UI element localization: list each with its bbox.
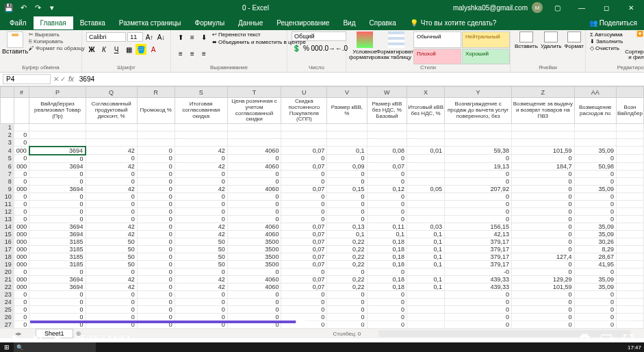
cell[interactable]: 50 bbox=[86, 253, 137, 260]
cell[interactable]: 0 bbox=[175, 215, 227, 223]
cell[interactable]: 3500 bbox=[227, 260, 281, 268]
cell[interactable]: 0 bbox=[445, 155, 512, 163]
tab-formulas[interactable]: Формулы bbox=[188, 16, 232, 29]
row-header[interactable]: 25 bbox=[1, 305, 14, 313]
tab-insert[interactable]: Вставка bbox=[73, 16, 112, 29]
cell[interactable]: 0 bbox=[574, 305, 616, 313]
cell[interactable]: 0 bbox=[327, 215, 367, 223]
increase-decimal-icon[interactable]: .0→ bbox=[324, 42, 335, 53]
cell[interactable]: 0 bbox=[227, 298, 281, 305]
cell[interactable]: 207,92 bbox=[445, 185, 512, 192]
cell[interactable] bbox=[407, 162, 445, 170]
clear-button[interactable]: ◇Очистить bbox=[590, 45, 623, 51]
cell[interactable]: 0 bbox=[175, 200, 227, 208]
cell[interactable]: 59,38 bbox=[445, 147, 512, 155]
spreadsheet-grid[interactable]: #PQRSTUVWXYZAAВайлдберриз реализовал Тов… bbox=[0, 86, 644, 338]
cell[interactable]: 0,18 bbox=[367, 260, 407, 268]
cell[interactable]: 42 bbox=[175, 283, 227, 290]
close-button[interactable]: ✕ bbox=[621, 0, 641, 15]
cell[interactable]: 0 bbox=[574, 170, 616, 177]
cell[interactable]: 156,15 bbox=[445, 223, 512, 230]
cell[interactable]: 0 bbox=[86, 208, 137, 215]
cell[interactable]: 42 bbox=[175, 147, 227, 155]
cell[interactable]: 0 bbox=[281, 305, 327, 313]
cell[interactable] bbox=[327, 124, 367, 131]
number-format-select[interactable]: Общий bbox=[292, 32, 346, 41]
cell[interactable]: 0 bbox=[327, 155, 367, 163]
cell[interactable]: 0 bbox=[574, 208, 616, 215]
cell[interactable]: 0 bbox=[137, 208, 175, 215]
cell[interactable] bbox=[616, 147, 643, 155]
new-sheet-icon[interactable]: ⊕ bbox=[76, 330, 81, 337]
cell[interactable]: 439,33 bbox=[445, 283, 512, 290]
align-top-icon[interactable]: ⬆ bbox=[175, 32, 186, 42]
cell[interactable] bbox=[616, 305, 643, 313]
cell[interactable]: 379,17 bbox=[445, 260, 512, 268]
cell[interactable]: 0 bbox=[29, 208, 86, 215]
cell[interactable]: 0,18 bbox=[367, 238, 407, 245]
cell[interactable]: 0 bbox=[137, 260, 175, 268]
cell[interactable]: 0,1 bbox=[327, 147, 367, 155]
cell[interactable]: 0,22 bbox=[327, 253, 367, 260]
cell[interactable] bbox=[616, 268, 643, 275]
row-header[interactable]: 8 bbox=[1, 177, 14, 185]
row-header[interactable]: 7 bbox=[1, 170, 14, 177]
cell[interactable]: 0 bbox=[86, 298, 137, 305]
row-header[interactable]: 24 bbox=[1, 298, 14, 305]
cell[interactable]: 0 bbox=[227, 305, 281, 313]
autosum-button[interactable]: ΣАвтосумма bbox=[590, 32, 623, 38]
cell[interactable] bbox=[407, 298, 445, 305]
cell[interactable]: 0 bbox=[14, 139, 29, 147]
cell[interactable]: 0 bbox=[281, 298, 327, 305]
field-header[interactable]: Итоговая согласованная скидка bbox=[175, 98, 227, 124]
field-header[interactable]: Возмещение расходов по bbox=[574, 98, 616, 124]
cell[interactable]: -0 bbox=[445, 268, 512, 275]
cell[interactable]: 0 bbox=[445, 170, 512, 177]
cell[interactable]: 379,17 bbox=[445, 253, 512, 260]
cell[interactable]: 0 bbox=[86, 290, 137, 298]
cut-button[interactable]: ✂Вырезать bbox=[29, 32, 85, 38]
cell[interactable]: 0 bbox=[86, 215, 137, 223]
cell[interactable]: 3185 bbox=[29, 238, 86, 245]
cell[interactable] bbox=[227, 131, 281, 139]
align-left-icon[interactable]: ≡ bbox=[175, 49, 186, 60]
formula-bar[interactable] bbox=[77, 75, 644, 84]
qat-customize-icon[interactable]: ▾ bbox=[46, 1, 58, 14]
cell[interactable]: 0,03 bbox=[407, 223, 445, 230]
cell[interactable]: 0 bbox=[367, 290, 407, 298]
cell[interactable]: 0 bbox=[445, 313, 512, 320]
cell[interactable]: 0,12 bbox=[367, 185, 407, 192]
cell[interactable] bbox=[407, 320, 445, 328]
cell[interactable]: 0 bbox=[327, 305, 367, 313]
cell[interactable]: 0 bbox=[86, 170, 137, 177]
cell[interactable]: 0 bbox=[175, 177, 227, 185]
cell[interactable] bbox=[574, 124, 616, 131]
cell[interactable]: 0 bbox=[327, 200, 367, 208]
format-table-button[interactable]: Форматировать как таблицу bbox=[382, 32, 411, 64]
cell[interactable] bbox=[86, 139, 137, 147]
cell[interactable]: 0 bbox=[512, 223, 575, 230]
cell[interactable]: 0 bbox=[86, 305, 137, 313]
cell[interactable]: 0 bbox=[367, 215, 407, 223]
cell[interactable]: 0 bbox=[86, 200, 137, 208]
cell[interactable]: 0 bbox=[445, 208, 512, 215]
cell[interactable]: 19,13 bbox=[445, 162, 512, 170]
cell[interactable]: 0 bbox=[327, 320, 367, 328]
field-header[interactable]: Возн Вайлдбер bbox=[616, 98, 643, 124]
column-header[interactable]: R bbox=[137, 87, 175, 98]
tab-layout[interactable]: Разметка страницы bbox=[112, 16, 188, 29]
cell[interactable]: 0 bbox=[327, 290, 367, 298]
cell[interactable]: 3500 bbox=[227, 253, 281, 260]
cell[interactable]: 0 bbox=[29, 290, 86, 298]
conditional-format-button[interactable]: Условное форматиров bbox=[350, 32, 379, 64]
cell[interactable]: 0 bbox=[327, 170, 367, 177]
cell[interactable]: 0 bbox=[281, 177, 327, 185]
cell[interactable]: 50 bbox=[175, 253, 227, 260]
cell[interactable]: 0 bbox=[137, 162, 175, 170]
cell[interactable]: 0 bbox=[512, 177, 575, 185]
cell[interactable] bbox=[137, 139, 175, 147]
cell[interactable]: 0 bbox=[445, 200, 512, 208]
cell[interactable]: 0 bbox=[227, 313, 281, 320]
cell[interactable]: 0 bbox=[137, 185, 175, 192]
column-header[interactable]: P bbox=[29, 87, 86, 98]
